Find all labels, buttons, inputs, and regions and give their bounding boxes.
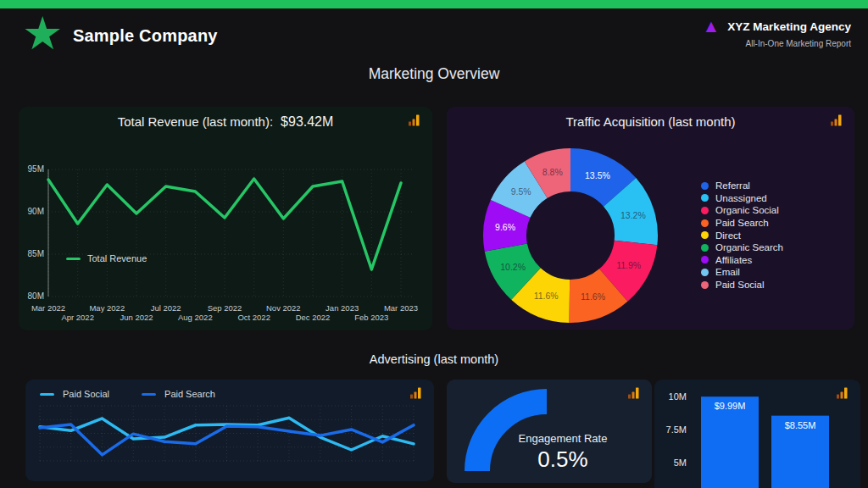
legend-item-affiliates: Affiliates [701,254,783,267]
legend-label: Organic Social [715,205,779,215]
legend-label: Organic Search [715,242,783,252]
legend-item-email: Email [701,266,783,279]
traffic-acquisition-donut-chart[interactable]: 13.5%13.2%11.9%11.6%11.6%10.2%9.6%9.5%8.… [447,107,854,330]
advertising-lines-panel: Paid Social Paid Search [25,380,434,481]
total-revenue-panel: Total Revenue (last month):$93.42M Total… [19,107,432,330]
legend-dot-icon [701,256,709,263]
svg-text:Feb 2023: Feb 2023 [354,313,388,322]
svg-text:Apr 2022: Apr 2022 [61,313,94,322]
svg-text:95M: 95M [28,164,44,174]
svg-text:Oct 2022: Oct 2022 [237,313,270,322]
svg-text:9.6%: 9.6% [495,222,515,232]
advertising-line-chart[interactable] [25,380,434,481]
svg-text:80M: 80M [28,291,44,301]
traffic-acquisition-legend: ReferralUnassignedOrganic SocialPaid Sea… [701,180,783,291]
legend-item-referral: Referral [701,180,783,192]
svg-text:Jun 2022: Jun 2022 [120,313,153,322]
legend-dot-icon [701,194,709,202]
svg-text:10.2%: 10.2% [500,262,526,272]
advertising-spend-panel: 10M7.5M5M$9.99M$8.55M [654,380,860,488]
svg-text:Sep 2022: Sep 2022 [208,303,242,313]
legend-dot-icon [701,231,709,239]
svg-text:Mar 2023: Mar 2023 [384,303,418,313]
total-revenue-line-chart[interactable]: 95M90M85M80MMar 2022Apr 2022May 2022Jun … [19,107,432,330]
svg-text:8.8%: 8.8% [542,167,563,177]
legend-label: Unassigned [715,193,767,203]
engagement-rate-text: Engagement Rate 0.5% [481,432,645,473]
top-accent-bar [0,0,868,8]
legend-dot-icon [701,207,709,214]
legend-label: Direct [715,230,741,241]
dashboard: ★ Sample Company ▲ XYZ Marketing Agency … [0,0,868,488]
legend-label: Paid Search [715,218,769,228]
svg-text:10M: 10M [669,391,687,402]
svg-text:11.6%: 11.6% [581,291,605,302]
svg-text:11.6%: 11.6% [534,291,559,301]
svg-text:May 2022: May 2022 [89,303,125,313]
company-logo-star-icon: ★ [22,10,63,56]
engagement-rate-value: 0.5% [481,446,645,473]
traffic-acquisition-panel: Traffic Acquisition (last month) 13.5%13… [447,107,854,330]
legend-item-organic-search: Organic Search [701,241,783,254]
legend-item-paid-social: Paid Social [701,279,783,291]
legend-label: Referral [715,180,750,191]
svg-text:Aug 2022: Aug 2022 [178,313,213,322]
legend-label: Affiliates [715,255,752,265]
page-title: Marketing Overview [0,65,868,83]
svg-text:Dec 2022: Dec 2022 [296,313,331,322]
svg-text:Jan 2023: Jan 2023 [326,303,359,313]
legend-label: Paid Social [715,280,765,290]
svg-text:90M: 90M [28,207,44,216]
agency-block: ▲ XYZ Marketing Agency All-In-One Market… [702,18,851,48]
svg-text:Jul 2022: Jul 2022 [151,303,181,313]
legend-dot-icon [701,219,709,227]
svg-text:$8.55M: $8.55M [785,420,816,430]
engagement-rate-label: Engagement Rate [481,432,645,445]
engagement-rate-panel: Engagement Rate 0.5% [447,380,652,483]
agency-subtitle: All-In-One Marketing Report [702,39,851,48]
company-name: Sample Company [73,26,218,46]
svg-text:13.2%: 13.2% [620,210,646,220]
legend-item-direct: Direct [701,229,783,241]
legend-dot-icon [701,182,709,190]
svg-text:13.5%: 13.5% [585,170,610,180]
advertising-spend-bar-chart[interactable]: 10M7.5M5M$9.99M$8.55M [654,380,860,488]
legend-dot-icon [701,281,709,289]
legend-dot-icon [701,244,709,252]
advertising-section-title: Advertising (last month) [0,352,868,366]
svg-text:$9.99M: $9.99M [715,401,746,411]
legend-item-paid-search: Paid Search [701,217,783,230]
svg-text:9.5%: 9.5% [511,186,531,197]
legend-dot-icon [701,269,709,276]
svg-text:7.5M: 7.5M [666,424,687,435]
svg-text:85M: 85M [28,249,44,258]
svg-text:Mar 2022: Mar 2022 [31,303,65,313]
svg-text:Nov 2022: Nov 2022 [266,303,301,313]
agency-name: XYZ Marketing Agency [727,20,851,33]
agency-logo-triangle-icon: ▲ [702,17,720,35]
legend-item-unassigned: Unassigned [701,192,783,205]
svg-text:5M: 5M [674,458,687,468]
legend-label: Email [715,267,740,277]
svg-text:11.9%: 11.9% [616,260,641,270]
legend-item-organic-social: Organic Social [701,204,783,217]
